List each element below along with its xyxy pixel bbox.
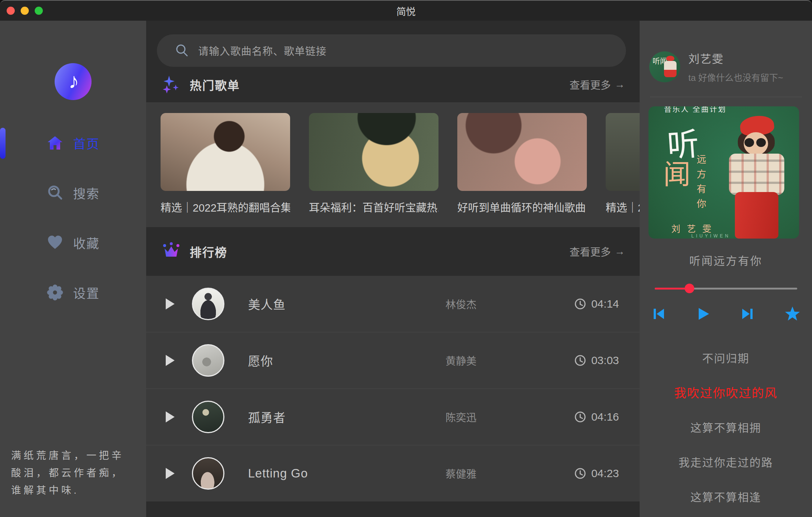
song-list: 美人鱼 林俊杰 04:14 愿你 黄静美 0: [146, 276, 640, 501]
home-icon: [47, 134, 63, 151]
arrow-right-icon: →: [615, 79, 625, 90]
clock-icon: [574, 411, 586, 423]
avatar[interactable]: 听闻: [649, 51, 680, 82]
rank-see-more-link[interactable]: 查看更多→: [570, 244, 625, 259]
sidebar-item-label: 首页: [73, 134, 100, 152]
search-icon: [47, 184, 63, 201]
sparkles-icon: [162, 75, 181, 94]
heart-icon: [47, 234, 63, 251]
song-artist: 黄静美: [445, 353, 556, 368]
gear-icon: [47, 284, 63, 301]
song-duration: 03:03: [556, 354, 619, 367]
playlist-card[interactable]: 精选｜2022耳熟的翻唱合集: [161, 113, 290, 227]
sidebar-item-home[interactable]: 首页: [0, 130, 146, 156]
lyrics-panel: 不问归期 我吹过你吹过的风 这算不算相拥 我走过你走过的路 这算不算相逢: [640, 341, 812, 515]
sidebar: ♪ 首页 搜索: [0, 21, 146, 517]
album-artist: 刘艺雯: [671, 222, 718, 234]
now-playing-title: 听闻远方有你: [640, 252, 812, 268]
avatar-figure-shape: [664, 61, 677, 77]
song-row[interactable]: 孤勇者 陈奕迅 04:16: [146, 389, 640, 445]
playlist-cover-image[interactable]: [161, 113, 290, 191]
lyric-line: 我走过你走过的路: [640, 445, 812, 480]
sidebar-item-favorites[interactable]: 收藏: [0, 229, 146, 256]
player-panel: 听闻 刘艺雯 ta 好像什么也没有留下~ 音乐人 全曲计划 听 闻 远方有你 刘…: [640, 21, 812, 517]
album-title-char: 闻: [663, 152, 691, 192]
playlist-caption: 精选｜2: [606, 199, 640, 215]
lyric-line: 不问归期: [640, 341, 812, 376]
music-note-icon: ♪: [69, 70, 79, 92]
playlist-cover-image[interactable]: [606, 113, 640, 191]
user-bio: ta 好像什么也没有留下~: [688, 71, 783, 83]
search-bar[interactable]: 请输入歌曲名称、歌单链接: [157, 34, 626, 67]
song-artist: 陈奕迅: [445, 410, 556, 424]
playlist-cover-image[interactable]: [309, 113, 438, 191]
avatar-hat-shape: [666, 56, 674, 61]
song-row[interactable]: 愿你 黄静美 03:03: [146, 332, 640, 389]
play-button[interactable]: [696, 307, 710, 321]
player-controls: [651, 306, 801, 322]
play-icon[interactable]: [162, 298, 177, 310]
clock-icon: [574, 298, 586, 310]
song-title: 愿你: [248, 352, 445, 369]
playlist-card[interactable]: 好听到单曲循环的神仙歌曲: [457, 113, 587, 227]
song-title: 孤勇者: [248, 408, 445, 426]
search-placeholder: 请输入歌曲名称、歌单链接: [198, 43, 327, 58]
arrow-right-icon: →: [615, 246, 625, 257]
progress-thumb[interactable]: [685, 284, 694, 293]
clock-icon: [574, 355, 586, 366]
album-girl-figure: [719, 116, 792, 239]
section-title: 热门歌单: [190, 76, 240, 93]
hot-playlists-header: 热门歌单 查看更多→: [146, 67, 640, 102]
album-top-label: 音乐人 全曲计划: [664, 106, 727, 114]
song-artist: 林俊杰: [445, 297, 556, 311]
next-button[interactable]: [740, 307, 755, 321]
song-title: 美人鱼: [248, 295, 445, 313]
search-icon: [175, 43, 189, 58]
song-thumbnail: [192, 344, 224, 377]
sidebar-item-label: 收藏: [73, 234, 100, 252]
play-icon[interactable]: [162, 411, 177, 423]
play-icon[interactable]: [162, 467, 177, 480]
playlist-caption: 精选｜2022耳熟的翻唱合集: [161, 199, 290, 215]
lyric-line: 这算不算相逢: [640, 480, 812, 515]
sidebar-item-search[interactable]: 搜索: [0, 179, 146, 206]
crown-icon: [162, 242, 181, 261]
hot-see-more-link[interactable]: 查看更多→: [570, 77, 625, 92]
playlist-card[interactable]: 耳朵福利：百首好听宝藏热...: [309, 113, 438, 227]
album-art: 音乐人 全曲计划 听 闻 远方有你 刘艺雯 LIUYIWEN: [648, 106, 799, 239]
sidebar-item-label: 设置: [73, 284, 100, 302]
song-thumbnail: [192, 288, 224, 320]
song-duration: 04:23: [556, 467, 619, 480]
user-name: 刘艺雯: [688, 50, 783, 66]
song-title: Letting Go: [248, 466, 445, 480]
playlist-cover-image[interactable]: [457, 113, 587, 191]
sidebar-nav: 首页 搜索 收藏: [0, 130, 146, 329]
sidebar-poem: 满纸荒唐言，一把辛酸泪，都云作者痴，谁解其中味.: [11, 447, 133, 499]
main-content: 请输入歌曲名称、歌单链接 热门歌单 查看更多→: [146, 21, 640, 517]
playlist-caption: 耳朵福利：百首好听宝藏热...: [309, 199, 438, 215]
title-bar: 简悦: [0, 0, 812, 21]
play-icon[interactable]: [162, 354, 177, 367]
song-row[interactable]: 美人鱼 林俊杰 04:14: [146, 276, 640, 332]
lyric-line-active: 我吹过你吹过的风: [640, 376, 812, 411]
sidebar-item-label: 搜索: [73, 184, 100, 202]
album-vertical-title: 远方有你: [694, 154, 707, 213]
section-title: 排行榜: [190, 243, 227, 260]
previous-button[interactable]: [651, 307, 666, 321]
song-duration: 04:14: [556, 298, 619, 310]
progress-bar[interactable]: [655, 284, 797, 293]
song-thumbnail: [192, 457, 224, 490]
app-logo: ♪: [55, 63, 92, 100]
sidebar-item-settings[interactable]: 设置: [0, 279, 146, 306]
playlist-card[interactable]: 精选｜2: [606, 113, 640, 227]
user-info: 听闻 刘艺雯 ta 好像什么也没有留下~: [649, 50, 812, 83]
favorite-star-button[interactable]: [784, 306, 801, 322]
song-row[interactable]: Letting Go 蔡健雅 04:23: [146, 445, 640, 501]
window-title: 简悦: [0, 4, 812, 18]
progress-fill: [655, 288, 690, 290]
lyric-line: 这算不算相拥: [640, 411, 812, 445]
rank-header: 排行榜 查看更多→: [146, 227, 640, 276]
playlist-covers-row: 精选｜2022耳熟的翻唱合集 耳朵福利：百首好听宝藏热... 好听到单曲循环的神…: [146, 102, 640, 227]
song-duration: 04:16: [556, 411, 619, 423]
song-thumbnail: [192, 401, 224, 433]
